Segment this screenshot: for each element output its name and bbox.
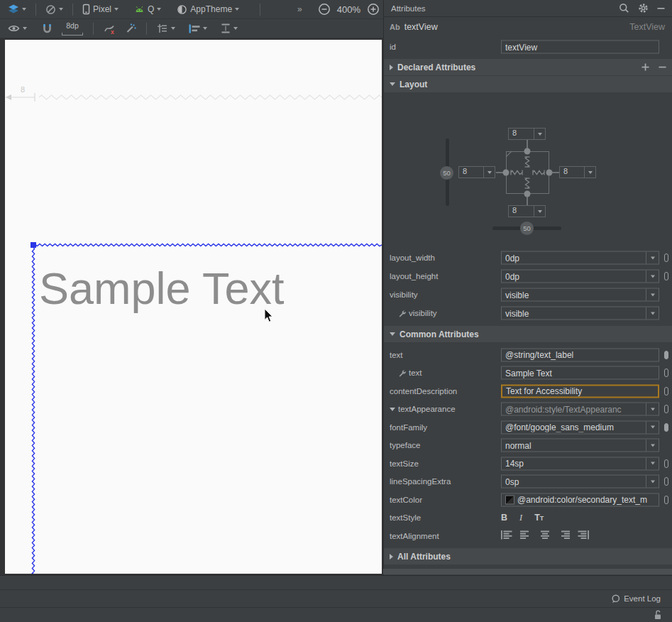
horizontal-bias-value[interactable]: 50 [520, 222, 534, 235]
margin-bracket [62, 33, 83, 36]
attr-label-visibility: visibility [384, 309, 497, 317]
textColor-input[interactable]: @android:color/secondary_text_m [501, 493, 659, 506]
text-align-center-button[interactable] [539, 530, 551, 542]
search-icon [619, 3, 629, 13]
textview-widget[interactable]: Sample Text [39, 263, 285, 314]
fontFamily-toggle-pill[interactable] [664, 423, 668, 432]
zoom-in-button[interactable] [365, 1, 382, 17]
section-common-attributes[interactable]: Common Attributes [384, 326, 672, 342]
clear-constraints-button[interactable]: x [101, 22, 118, 36]
bottom-bar [0, 575, 672, 589]
section-declared-attributes[interactable]: Declared Attributes [384, 59, 672, 75]
attr-label-textAlignment: textAlignment [384, 532, 497, 540]
expanded-arrow-icon [390, 332, 395, 336]
panel-scrollbar[interactable] [383, 569, 672, 574]
layout-attribute-rows: layout_width0dplayout_height0dpvisibilit… [384, 249, 672, 322]
attr-label-textAppearance: textAppearance [384, 405, 497, 413]
align-view-end-icon [578, 530, 589, 540]
attr-label-textColor: textColor [384, 496, 497, 504]
hide-panel-button[interactable] [657, 4, 665, 12]
event-log-button[interactable]: Event Log [624, 594, 661, 603]
svg-text:x: x [111, 28, 114, 34]
add-attribute-button[interactable] [641, 63, 649, 71]
visibility-combo[interactable]: visible [501, 307, 659, 320]
text-style-bold-button[interactable]: B [501, 513, 507, 523]
chevron-down-icon [235, 8, 239, 11]
orientation-icon [45, 4, 56, 15]
magnet-icon [42, 23, 53, 34]
text-align-left-button[interactable] [520, 530, 531, 542]
layout_height-combo[interactable]: 0dp [501, 270, 659, 283]
text-toggle-pill[interactable] [664, 369, 668, 377]
api-version-selector[interactable]: Q [132, 3, 163, 16]
contentDescription-toggle-pill[interactable] [664, 387, 668, 395]
infer-constraints-button[interactable] [123, 22, 138, 36]
text-style-all-caps-button[interactable]: TT [534, 513, 544, 523]
text-toggle-pill[interactable] [664, 351, 668, 359]
autoconnect-toggle[interactable] [40, 22, 55, 36]
collapsed-arrow-icon [390, 65, 393, 70]
attr-row-fontFamily: fontFamily@font/google_sans_medium [384, 418, 672, 437]
chevron-down-icon [233, 27, 238, 30]
chevron-down-icon [651, 480, 655, 483]
textColor-toggle-pill[interactable] [664, 496, 668, 504]
guidelines-button[interactable] [155, 22, 177, 35]
textSize-combo[interactable]: 14sp [501, 457, 659, 470]
device-selector[interactable]: Pixel [80, 2, 121, 16]
lineSpacingExtra-combo[interactable]: 0sp [501, 475, 659, 489]
attr-row-visibility: visibilityvisible [384, 304, 672, 322]
attr-label-layout_width: layout_width [384, 253, 497, 262]
constraint-toolbar: 8dp x [0, 19, 383, 38]
text-input[interactable]: @string/text_label [501, 348, 659, 361]
align-view-start-icon [501, 530, 512, 540]
layout_height-toggle-pill[interactable] [664, 272, 668, 280]
expanded-arrow-icon[interactable] [390, 408, 395, 411]
lineSpacingExtra-toggle-pill[interactable] [664, 477, 668, 486]
orientation-button[interactable] [43, 3, 65, 16]
layout_width-combo[interactable]: 0dp [501, 251, 659, 265]
design-canvas[interactable]: 8 Sample Text [5, 40, 382, 574]
textSize-toggle-pill[interactable] [664, 459, 668, 468]
section-layout[interactable]: Layout [384, 76, 672, 92]
attr-row-typeface: typefacenormal [384, 437, 672, 455]
chevron-down-icon [651, 426, 655, 429]
id-label: id [384, 43, 497, 51]
typeface-combo[interactable]: normal [501, 439, 659, 452]
attr-row-layout_height: layout_height0dp [384, 267, 672, 285]
unlocked-lock-icon[interactable] [654, 610, 662, 620]
default-margin-selector[interactable]: 8dp [60, 20, 85, 37]
attr-label-lineSpacingExtra: lineSpacingExtra [384, 477, 497, 486]
text-align-view-end-button[interactable] [578, 530, 589, 542]
theme-selector[interactable]: AppTheme [175, 3, 241, 16]
status-bar: Event Log [0, 589, 672, 607]
zoom-out-button[interactable] [316, 1, 333, 17]
remove-attribute-button[interactable] [659, 63, 666, 71]
section-all-attributes[interactable]: All Attributes [384, 548, 672, 564]
view-options-button[interactable] [6, 23, 29, 34]
text-align-view-start-button[interactable] [501, 530, 512, 542]
text-align-right-button[interactable] [558, 530, 570, 542]
id-input[interactable]: textView [501, 40, 659, 54]
settings-button[interactable] [638, 3, 649, 13]
fontFamily-combo[interactable]: @font/google_sans_medium [501, 420, 659, 434]
design-surface-button[interactable] [6, 3, 28, 16]
color-swatch[interactable] [505, 495, 514, 504]
search-button[interactable] [619, 3, 629, 13]
chevron-down-icon [171, 27, 175, 30]
contentDescription-input[interactable]: Text for Accessibility [501, 384, 659, 398]
textAppearance-combo[interactable]: @android:style/TextAppearanc [501, 403, 659, 416]
text-input[interactable]: Sample Text [501, 366, 659, 380]
visibility-combo[interactable]: visible [501, 288, 659, 302]
pack-button[interactable] [219, 22, 240, 35]
toolbar-overflow-button[interactable]: » [297, 4, 303, 14]
chevron-down-icon [59, 8, 63, 11]
attr-row-visibility: visibilityvisible [384, 285, 672, 304]
text-style-italic-button[interactable]: I [519, 513, 522, 523]
attr-row-contentDescription: contentDescriptionText for Accessibility [384, 382, 672, 400]
textAppearance-toggle-pill[interactable] [664, 405, 668, 413]
attr-label-text: text [384, 369, 497, 377]
layout_width-toggle-pill[interactable] [664, 253, 668, 262]
align-center-icon [539, 530, 551, 540]
align-button[interactable] [187, 23, 209, 35]
toolbar-divider [146, 23, 147, 35]
